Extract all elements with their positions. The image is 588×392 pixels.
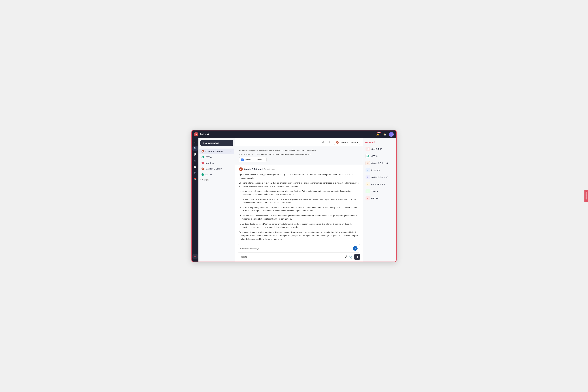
message-input-row: → <box>238 244 360 253</box>
chat-icon-gpt4o: G <box>201 156 204 159</box>
svg-text:G: G <box>202 156 203 158</box>
ai-sender-name: Claude 3.5 Sonnet <box>244 168 262 170</box>
export-gdocs-button[interactable]: G Exporter vers GDocs → <box>239 157 266 162</box>
refresh-icon[interactable]: ↺ <box>320 140 326 145</box>
gemini-icon: ✦ <box>366 182 370 186</box>
prompts-button[interactable]: Prompts <box>238 255 249 259</box>
ai-conclusion-para: En résumé, l'homme semble regretter la f… <box>239 230 359 241</box>
chevron-down-icon: ▾ <box>357 141 358 144</box>
ai-avatar-icon: A <box>239 167 243 171</box>
app-title: Swiftask <box>199 133 209 136</box>
send-icon <box>356 256 358 258</box>
service-thanos[interactable]: ⬡ Thanos <box>364 188 394 194</box>
svg-text:A: A <box>240 168 242 170</box>
thanos-label: Thanos <box>371 190 378 192</box>
right-panel: Nouveau! 📄 ChatOnPDF GPT-4o A Claude 3.5… <box>362 138 396 262</box>
gdocs-icon: G <box>241 158 244 161</box>
see-more-btn[interactable]: ∨ Voir plus <box>198 178 235 182</box>
chat-label-claude-2: Claude 3.5 Sonnet <box>206 168 222 170</box>
avatar-image <box>389 132 394 137</box>
download-icon[interactable]: ⬇ <box>327 140 332 145</box>
ai-points-list: Le contexte : L'homme vient de passer un… <box>239 190 359 229</box>
sidebar-search-icon[interactable]: 🔍 <box>192 146 198 151</box>
chat-item-claude-active[interactable]: A Claude 3.5 Sonnet ··· <box>199 148 234 154</box>
see-more-label: Voir plus <box>202 179 209 181</box>
svg-text:G: G <box>202 174 203 176</box>
gpt4o-label: GPT-4o <box>371 155 378 157</box>
chatonpdf-icon: 📄 <box>366 147 370 151</box>
export-btn-label: Exporter vers GDocs <box>244 159 262 161</box>
input-bottom-row: Prompts 🎤 📎 <box>238 254 360 260</box>
chat-icon-newchat: ≋ <box>201 162 204 164</box>
service-perplexity[interactable]: ⊕ Perplexity <box>364 167 394 174</box>
chat-label-gpt4o-1: GPT-4o <box>206 156 212 158</box>
claude-icon: A <box>366 161 370 165</box>
ai-main-para: L'homme referme la porte à regret car il… <box>239 181 359 188</box>
svg-text:✦: ✦ <box>367 184 368 185</box>
gptpro-label: GPT Pro <box>371 197 379 200</box>
left-panel-header: + Nouveau chat <box>198 138 235 148</box>
user-question: Voici la question : "C'est à regret que … <box>239 153 359 156</box>
chat-item-gpt4o-1[interactable]: G GPT-4o <box>199 154 234 160</box>
sidebar-docs-icon[interactable]: 📋 <box>192 164 198 169</box>
message-input[interactable] <box>240 247 353 250</box>
sidebar-library-icon[interactable]: 📚 <box>192 176 198 182</box>
chat-icon-claude-2: A <box>201 167 204 170</box>
chat-label-newchat: New Chat <box>206 162 214 164</box>
input-send-icon[interactable]: → <box>353 246 358 251</box>
claude-label: Claude 3.5 Sonnet <box>371 162 388 164</box>
svg-text:A: A <box>202 168 203 170</box>
chat-item-gpt4o-2[interactable]: G GPT-4o <box>199 172 234 177</box>
svg-text:⊕: ⊕ <box>367 169 368 171</box>
svg-text:A: A <box>202 150 203 152</box>
chat-list: A Claude 3.5 Sonnet ··· G GPT-4o ≋ New C… <box>198 148 235 262</box>
weather-icon[interactable]: ⛅ <box>382 132 387 137</box>
svg-text:≋: ≋ <box>202 162 203 164</box>
user-message-area: journée s'allongeait et s'écoulait comme… <box>235 146 362 165</box>
collapsed-sidebar: « 🔍 💬 ⊞ 📋 🛍 📚 ≋ <box>192 138 198 262</box>
right-panel-title: Nouveau! <box>364 141 394 144</box>
input-area: → Prompts 🎤 📎 <box>235 242 362 262</box>
sidebar-chat-icon[interactable]: 💬 <box>192 152 198 157</box>
app-logo: ≋ Swiftask <box>194 132 209 136</box>
service-claude[interactable]: A Claude 3.5 Sonnet <box>364 160 394 166</box>
chat-item-newchat[interactable]: ≋ New Chat <box>199 160 234 166</box>
chat-item-claude-2[interactable]: A Claude 3.5 Sonnet <box>199 166 234 172</box>
ai-timestamp: 7 minutes ago <box>264 168 275 170</box>
ai-message-area: A Claude 3.5 Sonnet 7 minutes ago Après … <box>235 165 362 242</box>
messages-container[interactable]: journée s'allongeait et s'écoulait comme… <box>235 146 362 242</box>
service-chatonpdf[interactable]: 📄 ChatOnPDF <box>364 146 394 152</box>
left-panel: + Nouveau chat A Claude 3.5 Sonnet ··· G… <box>198 138 235 262</box>
gptpro-icon: ⊛ <box>366 196 370 200</box>
chat-item-menu[interactable]: ··· <box>230 150 232 153</box>
sidebar-collapse-btn[interactable]: « <box>192 140 198 145</box>
svg-text:⊛: ⊛ <box>367 198 368 199</box>
feedback-tab[interactable]: Feedback <box>584 190 588 202</box>
microphone-icon[interactable]: 🎤 <box>344 255 348 259</box>
chat-header: ↺ ⬇ A Claude 3.5 Sonnet ▾ <box>235 138 362 146</box>
see-more-chevron: ∨ <box>200 179 202 181</box>
attach-icon[interactable]: 📎 <box>349 255 352 259</box>
send-button[interactable] <box>354 254 360 260</box>
service-gpt4o[interactable]: GPT-4o <box>364 153 394 160</box>
top-bar: ≋ Swiftask 🔔 99+ ⛅ <box>192 130 396 138</box>
chat-label-claude: Claude 3.5 Sonnet <box>206 150 223 152</box>
svg-text:S: S <box>367 176 368 178</box>
input-action-icons: 🎤 📎 <box>344 254 360 260</box>
ai-point-5: Le désir de réciprocité : L'homme pense … <box>242 222 359 229</box>
gpt4o-icon <box>366 154 370 158</box>
logo-icon: ≋ <box>194 132 198 136</box>
sidebar-shop-icon[interactable]: 🛍 <box>192 170 198 176</box>
service-gptpro[interactable]: ⊛ GPT Pro <box>364 195 394 202</box>
sidebar-grid-icon[interactable]: ⊞ <box>192 158 198 163</box>
user-avatar[interactable] <box>389 132 394 137</box>
service-gemini[interactable]: ✦ Gemini Pro 1.5 <box>364 181 394 188</box>
thanos-icon: ⬡ <box>366 189 370 194</box>
model-selector[interactable]: A Claude 3.5 Sonnet ▾ <box>334 140 360 145</box>
new-chat-button[interactable]: + Nouveau chat <box>200 140 233 146</box>
chat-label-gpt4o-2: GPT-4o <box>206 174 212 176</box>
service-stable[interactable]: S Stable Diffusion V3 <box>364 174 394 180</box>
svg-point-15 <box>367 156 368 156</box>
sidebar-bottom-btn[interactable]: ≋ <box>192 254 198 259</box>
notification-icon[interactable]: 🔔 99+ <box>376 132 380 137</box>
